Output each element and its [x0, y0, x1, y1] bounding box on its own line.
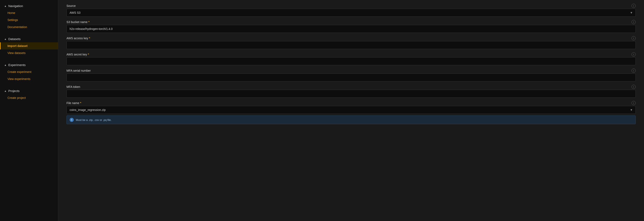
s3-bucket-required: *: [88, 20, 89, 24]
datasets-section: ▲ Datasets Import dataset View datasets: [0, 33, 58, 59]
mfa-serial-number-group: MFA serial number i: [66, 69, 636, 82]
sidebar-item-create-project[interactable]: Create project: [0, 94, 58, 101]
aws-secret-key-group: AWS secret key * i: [66, 53, 636, 65]
source-select[interactable]: AWS S3 Local Azure GCS: [66, 9, 636, 16]
s3-bucket-label-row: S3 bucket name * i: [66, 20, 636, 24]
info-circle-icon: i: [70, 118, 74, 122]
aws-secret-key-info-button[interactable]: i: [632, 52, 636, 56]
navigation-section: ▲ Navigation Home Settings Documentation: [0, 0, 58, 33]
sidebar-item-import-dataset[interactable]: Import dataset: [0, 42, 58, 50]
mfa-serial-info-button[interactable]: i: [632, 68, 636, 73]
sidebar-item-documentation[interactable]: Documentation: [0, 24, 58, 30]
info-message-text: Must be a .zip, .csv or .pq file.: [76, 118, 112, 122]
projects-chevron-icon: ▲: [4, 90, 7, 92]
aws-access-key-label: AWS access key: [66, 36, 88, 40]
file-name-select-wrapper: coins_image_regression.zip ▼: [66, 106, 636, 114]
sidebar-item-home[interactable]: Home: [0, 9, 58, 16]
experiments-section-header[interactable]: ▲ Experiments: [0, 62, 58, 68]
source-select-wrapper: AWS S3 Local Azure GCS ▼: [66, 9, 636, 16]
file-name-required: *: [80, 101, 81, 105]
s3-bucket-name-input[interactable]: [66, 25, 636, 33]
sidebar: ▲ Navigation Home Settings Documentation…: [0, 0, 58, 221]
source-info-button[interactable]: i: [632, 4, 636, 8]
mfa-token-label-row: MFA token i: [66, 85, 636, 88]
sidebar-item-settings[interactable]: Settings: [0, 16, 58, 24]
projects-section-header[interactable]: ▲ Projects: [0, 88, 58, 94]
source-label-row: Source i: [66, 4, 636, 8]
source-group: Source i AWS S3 Local Azure GCS ▼: [66, 4, 636, 16]
file-name-group: File name * i coins_image_regression.zip…: [66, 101, 636, 124]
file-name-label-row: File name * i: [66, 101, 636, 105]
experiments-chevron-icon: ▲: [4, 64, 7, 66]
sidebar-item-view-experiments[interactable]: View experiments: [0, 76, 58, 82]
experiments-section: ▲ Experiments Create experiment View exp…: [0, 59, 58, 85]
mfa-token-group: MFA token i: [66, 85, 636, 98]
aws-secret-key-label-row: AWS secret key * i: [66, 53, 636, 56]
datasets-section-label: Datasets: [8, 37, 20, 41]
aws-secret-key-label: AWS secret key: [66, 53, 87, 56]
projects-section: ▲ Projects Create project: [0, 85, 58, 104]
s3-bucket-info-button[interactable]: i: [632, 20, 636, 24]
aws-access-key-group: AWS access key * i: [66, 36, 636, 49]
aws-secret-key-required: *: [88, 53, 89, 56]
mfa-token-label: MFA token: [66, 85, 80, 88]
file-name-info-button[interactable]: i: [632, 101, 636, 105]
sidebar-item-create-experiment[interactable]: Create experiment: [0, 68, 58, 76]
mfa-serial-label-row: MFA serial number i: [66, 69, 636, 72]
s3-bucket-name-group: S3 bucket name * i: [66, 20, 636, 33]
file-name-select[interactable]: coins_image_regression.zip: [66, 106, 636, 114]
datasets-section-header[interactable]: ▲ Datasets: [0, 36, 58, 42]
source-label: Source: [66, 4, 76, 8]
experiments-section-label: Experiments: [8, 63, 26, 67]
aws-access-key-input[interactable]: [66, 41, 636, 49]
navigation-section-label: Navigation: [8, 4, 23, 8]
s3-bucket-label: S3 bucket name: [66, 20, 88, 24]
navigation-chevron-icon: ▲: [4, 4, 7, 8]
aws-access-key-required: *: [89, 36, 90, 40]
projects-section-label: Projects: [8, 89, 20, 93]
aws-access-key-label-row: AWS access key * i: [66, 36, 636, 40]
file-name-info-message: i Must be a .zip, .csv or .pq file.: [66, 116, 636, 124]
datasets-chevron-icon: ▲: [4, 38, 7, 40]
sidebar-item-view-datasets[interactable]: View datasets: [0, 50, 58, 56]
main-content: Source i AWS S3 Local Azure GCS ▼ S3 buc…: [58, 0, 644, 221]
mfa-token-input[interactable]: [66, 90, 636, 98]
mfa-serial-label: MFA serial number: [66, 69, 91, 72]
mfa-token-info-button[interactable]: i: [632, 85, 636, 89]
mfa-serial-number-input[interactable]: [66, 74, 636, 82]
aws-secret-key-input[interactable]: [66, 57, 636, 65]
aws-access-key-info-button[interactable]: i: [632, 36, 636, 40]
navigation-section-header[interactable]: ▲ Navigation: [0, 2, 58, 9]
info-circle-label: i: [71, 118, 72, 121]
file-name-label: File name: [66, 101, 79, 105]
